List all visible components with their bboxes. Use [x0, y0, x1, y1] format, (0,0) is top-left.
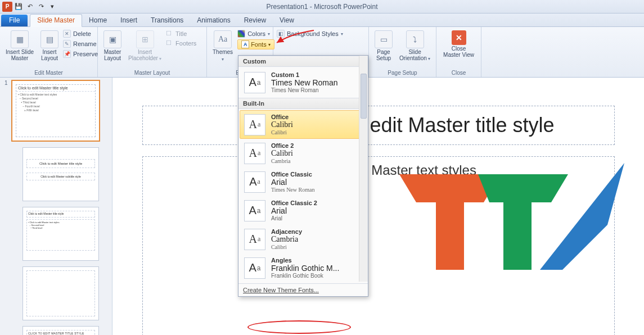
create-new-theme-fonts[interactable]: Create New Theme Fonts...	[238, 283, 368, 296]
save-icon[interactable]: 💾	[13, 2, 24, 12]
font-scheme-custom-1[interactable]: Aa Custom 1 Times New Roman Times New Ro…	[240, 68, 367, 97]
group-label-master-layout: Master Layout	[101, 69, 203, 77]
slide-orientation-button[interactable]: ⤵ Slide Orientation	[397, 29, 433, 63]
font-preview-icon: Aa	[244, 257, 265, 279]
background-styles-button[interactable]: ◧Background Styles	[277, 29, 343, 38]
fonts-gallery[interactable]: Custom Aa Custom 1 Times New Roman Times…	[238, 55, 368, 297]
body-placeholder[interactable]: Click to edit Master text styles el Thir…	[142, 156, 615, 335]
ribbon-tabstrip: File Slide Master Home Insert Transition…	[0, 13, 644, 27]
rename-icon: ✎	[63, 40, 71, 48]
close-icon: ✕	[452, 30, 466, 45]
title-checkbox[interactable]: Title	[166, 29, 196, 38]
colors-button[interactable]: Colors	[237, 29, 274, 38]
font-scheme-office[interactable]: Aa Office Calibri Calibri	[240, 110, 367, 139]
font-scheme-office-classic[interactable]: Aa Office Classic Arial Times New Roman	[240, 168, 367, 196]
insert-placeholder-icon: ⊞	[136, 30, 154, 48]
font-scheme-office-classic-2[interactable]: Aa Office Classic 2 Arial Arial	[240, 196, 367, 225]
tab-file[interactable]: File	[1, 15, 28, 26]
font-preview-icon: Aa	[244, 171, 265, 193]
font-preview-icon: Aa	[244, 114, 265, 135]
quick-access-toolbar: P 💾 ↶ ↷ ▾	[0, 2, 57, 12]
insert-placeholder-button[interactable]: ⊞ Insert Placeholder	[126, 29, 164, 63]
rename-button[interactable]: ✎Rename	[63, 39, 98, 48]
preserve-button[interactable]: 📌Preserve	[63, 49, 98, 58]
themes-button[interactable]: Aa Themes	[210, 29, 235, 64]
font-preview-icon: Aa	[244, 72, 265, 93]
preserve-icon: 📌	[63, 50, 71, 58]
orientation-icon: ⤵	[406, 30, 424, 48]
window-title: Presentation1 - Microsoft PowerPoint	[266, 3, 377, 11]
tab-review[interactable]: Review	[237, 15, 273, 26]
themes-icon: Aa	[214, 30, 232, 48]
delete-button[interactable]: ✕Delete	[63, 29, 98, 38]
group-page-setup: ▭ Page Setup ⤵ Slide Orientation Page Se…	[369, 27, 436, 77]
group-label-close: Close	[440, 69, 478, 77]
slide-number: 1	[4, 80, 8, 86]
group-label-edit-master: Edit Master	[3, 69, 94, 77]
slide-master-canvas: Click to edit Master title style Click t…	[125, 83, 632, 335]
gallery-scrollbar[interactable]	[359, 56, 368, 282]
thumb-body: • Click to edit Master text styles – Sec…	[16, 92, 95, 114]
qat-more-icon[interactable]: ▾	[47, 2, 57, 12]
title-bar: P 💾 ↶ ↷ ▾ Presentation1 - Microsoft Powe…	[0, 0, 644, 13]
insert-slide-master-icon: ▦	[11, 30, 29, 48]
font-scheme-angles[interactable]: Aa Angles Franklin Gothic M... Franklin …	[240, 253, 367, 282]
redo-icon[interactable]: ↷	[36, 2, 46, 12]
layout-thumbnail-1[interactable]: Click to edit Master title style Click t…	[22, 147, 99, 201]
colors-icon	[237, 30, 245, 38]
font-scheme-adjacency[interactable]: Aa Adjacency Cambria Calibri	[240, 225, 367, 253]
delete-icon: ✕	[63, 30, 71, 38]
group-master-layout: ▣ Master Layout ⊞ Insert Placeholder Tit…	[98, 27, 207, 77]
app-icon[interactable]: P	[2, 2, 12, 12]
page-setup-button[interactable]: ▭ Page Setup	[372, 29, 395, 62]
layout-thumbnail-4[interactable]: CLICK TO EDIT MASTER TITLE STYLE	[22, 326, 99, 335]
layout-thumbnail-2[interactable]: Click to edit Master title style • Click…	[22, 207, 99, 261]
tab-view[interactable]: View	[273, 15, 301, 26]
page-setup-icon: ▭	[375, 30, 393, 48]
tab-animations[interactable]: Animations	[190, 15, 237, 26]
gallery-section-custom: Custom	[238, 56, 368, 67]
close-master-view-button[interactable]: ✕ Close Master View	[441, 29, 476, 59]
footers-checkbox[interactable]: Footers	[166, 39, 196, 47]
master-layout-button[interactable]: ▣ Master Layout	[101, 29, 124, 62]
title-placeholder[interactable]: Click to edit Master title style	[142, 106, 615, 145]
insert-layout-icon: ▤	[40, 30, 58, 48]
insert-slide-master-button[interactable]: ▦ Insert Slide Master	[3, 29, 36, 62]
insert-layout-button[interactable]: ▤ Insert Layout	[38, 29, 61, 62]
fonts-button[interactable]: AFonts▾	[237, 39, 274, 49]
group-edit-master: ▦ Insert Slide Master ▤ Insert Layout ✕D…	[0, 27, 98, 77]
tab-slide-master[interactable]: Slide Master	[30, 14, 82, 27]
slide-edit-area[interactable]: Click to edit Master title style Click t…	[112, 78, 644, 335]
undo-icon[interactable]: ↶	[25, 2, 35, 12]
background-styles-icon: ◧	[277, 30, 285, 38]
fonts-icon: A	[241, 40, 249, 48]
group-close: ✕ Close Master View Close	[436, 27, 481, 77]
group-label-page-setup: Page Setup	[372, 69, 433, 77]
font-scheme-office-2[interactable]: Aa Office 2 Calibri Cambria	[240, 139, 367, 168]
thumbnail-pane[interactable]: 1 Click to edit Master title style • Cli…	[0, 78, 112, 335]
gallery-section-builtin: Built-In	[238, 98, 368, 109]
layout-thumbnail-3[interactable]	[22, 266, 99, 320]
tab-home[interactable]: Home	[82, 15, 114, 26]
tab-insert[interactable]: Insert	[114, 15, 144, 26]
font-preview-icon: Aa	[244, 229, 265, 250]
tab-transitions[interactable]: Transitions	[144, 15, 190, 26]
thumb-title: Click to edit Master title style	[16, 85, 95, 92]
font-preview-icon: Aa	[244, 200, 265, 221]
font-preview-icon: Aa	[244, 143, 265, 164]
master-thumbnail[interactable]: Click to edit Master title style • Click…	[11, 80, 100, 142]
master-layout-icon: ▣	[103, 30, 121, 48]
scrollbar-thumb[interactable]	[361, 74, 367, 119]
